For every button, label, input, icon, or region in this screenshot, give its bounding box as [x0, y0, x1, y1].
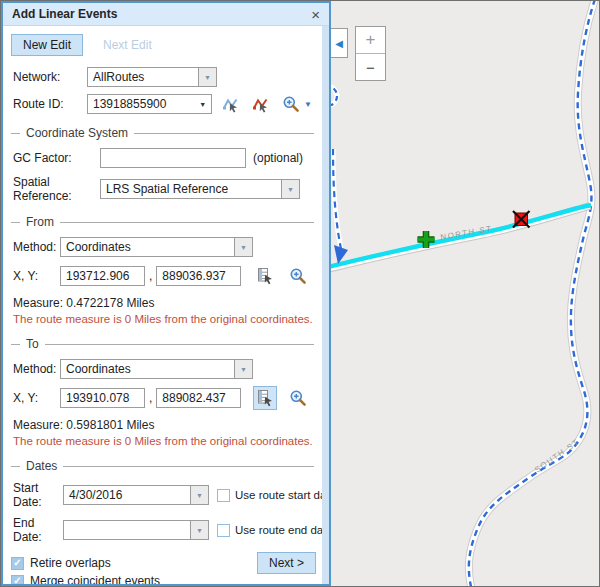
- network-combo[interactable]: AllRoutes: [87, 67, 217, 87]
- to-xy-label: X, Y:: [13, 391, 60, 405]
- add-linear-events-panel: Add Linear Events × New Edit Next Edit N…: [1, 1, 331, 586]
- map-zoom-control: + −: [355, 26, 386, 81]
- start-date-value[interactable]: 4/30/2016: [63, 485, 191, 505]
- from-method-dropdown-icon[interactable]: [235, 237, 253, 257]
- merge-coincident-events-label: Merge coincident events: [30, 574, 160, 584]
- to-warning-text: The route measure is 0 Miles from the or…: [13, 435, 312, 447]
- panel-header: Add Linear Events ×: [3, 3, 329, 26]
- to-point-marker: [513, 211, 530, 228]
- section-from: From: [11, 215, 314, 229]
- spatial-reference-row: Spatial Reference: LRS Spatial Reference: [13, 175, 312, 203]
- zoom-options-dropdown-icon[interactable]: ▼: [304, 100, 312, 109]
- panel-body: New Edit Next Edit Network: AllRoutes Ro…: [3, 26, 322, 584]
- from-method-combo[interactable]: Coordinates: [60, 237, 253, 257]
- start-date-combo[interactable]: 4/30/2016: [63, 485, 209, 505]
- from-xy-row: X, Y: 193712.906 , 889036.937: [13, 264, 312, 288]
- left-edge-road: [331, 86, 348, 264]
- from-zoom-icon[interactable]: [289, 267, 307, 285]
- end-date-row: End Date: Use route end date: [13, 516, 312, 544]
- start-date-row: Start Date: 4/30/2016 Use route start da…: [13, 481, 312, 509]
- start-date-dropdown-icon[interactable]: [191, 485, 209, 505]
- road-label-south-st: SOUTH ST: [533, 437, 581, 474]
- merge-coincident-events-checkbox[interactable]: [11, 575, 24, 585]
- next-edit-button: Next Edit: [91, 34, 164, 56]
- spatial-reference-label: Spatial Reference:: [13, 175, 100, 203]
- app-window: Add Linear Events × New Edit Next Edit N…: [0, 0, 600, 587]
- xy-separator: ,: [149, 391, 152, 405]
- to-x-input[interactable]: 193910.078: [60, 388, 145, 408]
- network-row: Network: AllRoutes: [13, 67, 312, 87]
- to-method-combo[interactable]: Coordinates: [60, 359, 253, 379]
- zoom-in-button[interactable]: +: [356, 27, 385, 53]
- from-y-input[interactable]: 889036.937: [156, 266, 241, 286]
- to-method-value[interactable]: Coordinates: [60, 359, 235, 379]
- to-measure-text: Measure: 0.5981801 Miles: [13, 418, 312, 432]
- use-route-start-date-label: Use route start date: [235, 489, 322, 501]
- collapse-arrow-icon: ◀: [335, 38, 343, 49]
- use-route-start-date-checkbox[interactable]: [217, 489, 230, 502]
- section-to: To: [11, 337, 314, 351]
- network-dropdown-icon[interactable]: [199, 67, 217, 87]
- to-method-dropdown-icon[interactable]: [235, 359, 253, 379]
- network-value[interactable]: AllRoutes: [87, 67, 199, 87]
- from-xy-label: X, Y:: [13, 269, 60, 283]
- xy-separator: ,: [149, 269, 152, 283]
- use-route-end-date-checkbox[interactable]: [217, 524, 230, 537]
- from-method-value[interactable]: Coordinates: [60, 237, 235, 257]
- zoom-out-button[interactable]: −: [356, 53, 385, 80]
- from-warning-text: The route measure is 0 Miles from the or…: [13, 313, 312, 325]
- end-date-combo[interactable]: [63, 520, 209, 540]
- close-icon[interactable]: ×: [311, 7, 320, 22]
- from-method-row: Method: Coordinates: [13, 237, 312, 257]
- start-date-label: Start Date:: [13, 481, 63, 509]
- gc-factor-label: GC Factor:: [13, 151, 100, 165]
- map-graphics: NORTH ST SOUTH ST: [331, 1, 600, 586]
- gc-factor-input[interactable]: [100, 148, 246, 168]
- collapse-panel-button[interactable]: ◀: [331, 28, 348, 58]
- retire-overlaps-checkbox[interactable]: [11, 557, 24, 570]
- route-id-row: Route ID: 13918855900: [13, 94, 312, 114]
- to-pick-coordinates-icon[interactable]: [253, 386, 277, 410]
- gc-factor-row: GC Factor: (optional): [13, 148, 312, 168]
- from-method-label: Method:: [13, 240, 60, 254]
- zoom-to-route-icon[interactable]: [282, 95, 300, 113]
- to-xy-row: X, Y: 193910.078 , 889082.437: [13, 386, 312, 410]
- network-label: Network:: [13, 70, 87, 84]
- from-x-input[interactable]: 193712.906: [60, 266, 145, 286]
- route-id-combo[interactable]: 13918855900: [87, 94, 212, 114]
- new-edit-button[interactable]: New Edit: [11, 34, 83, 56]
- edit-buttons-row: New Edit Next Edit: [11, 34, 322, 56]
- retire-overlaps-label: Retire overlaps: [30, 556, 111, 570]
- end-date-dropdown-icon[interactable]: [191, 520, 209, 540]
- end-date-value[interactable]: [63, 520, 191, 540]
- from-pick-coordinates-icon[interactable]: [253, 264, 277, 288]
- section-coordinate-system: Coordinate System: [11, 126, 314, 140]
- spatial-reference-combo[interactable]: LRS Spatial Reference: [100, 179, 300, 199]
- use-route-end-date-label: Use route end date: [235, 524, 322, 536]
- panel-title: Add Linear Events: [12, 7, 117, 21]
- option-row: Merge coincident events: [11, 574, 322, 584]
- route-id-label: Route ID:: [13, 97, 87, 111]
- next-button[interactable]: Next >: [257, 552, 316, 574]
- to-y-input[interactable]: 889082.437: [156, 388, 241, 408]
- spatial-reference-dropdown-icon[interactable]: [282, 179, 300, 199]
- from-measure-text: Measure: 0.4722178 Miles: [13, 296, 312, 310]
- map-canvas[interactable]: NORTH ST SOUTH ST ◀ + −: [331, 1, 600, 586]
- panel-scrollbar[interactable]: [322, 26, 329, 584]
- south-road: [469, 1, 595, 586]
- section-dates: Dates: [11, 459, 314, 473]
- to-method-label: Method:: [13, 362, 60, 376]
- route-id-value[interactable]: 13918855900: [93, 97, 166, 111]
- to-method-row: Method: Coordinates: [13, 359, 312, 379]
- spatial-reference-value[interactable]: LRS Spatial Reference: [100, 179, 282, 199]
- to-zoom-icon[interactable]: [289, 389, 307, 407]
- select-route-blue-icon[interactable]: [222, 96, 239, 113]
- select-route-red-icon[interactable]: [252, 96, 269, 113]
- gc-factor-hint: (optional): [253, 151, 303, 165]
- end-date-label: End Date:: [13, 516, 63, 544]
